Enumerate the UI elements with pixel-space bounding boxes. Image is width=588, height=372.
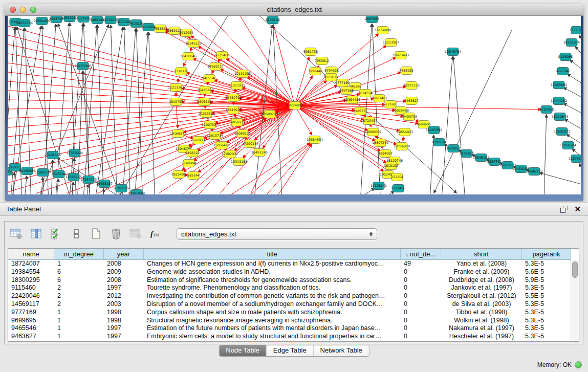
network-node[interactable]: 20891406 [34,17,50,25]
network-node[interactable]: 11675312 [569,155,581,163]
network-node[interactable]: 18720407 [361,117,377,125]
network-node[interactable]: 18491245 [251,149,268,157]
column-header-name[interactable]: name [8,249,54,260]
network-node[interactable]: 19166872 [170,130,186,138]
network-node[interactable]: 9245012 [460,150,474,158]
table-cell[interactable]: Dudbridge et al. (2008) [441,276,522,285]
table-cell[interactable]: Disruption of a novel member of a sodium… [144,300,401,309]
table-cell[interactable]: 1 [54,260,104,268]
delete-table-icon[interactable] [110,227,123,240]
network-node[interactable]: 12942737 [35,169,51,177]
network-node[interactable]: 10425203 [197,86,213,94]
table-cell[interactable]: Tibbo et al. (1998) [441,309,522,317]
table-cell[interactable]: 9115460 [8,284,54,292]
table-cell[interactable]: Investigating the contribution of common… [144,292,401,300]
network-node[interactable]: 8912954 [179,29,193,37]
table-cell[interactable]: Genome-wide association studies in ADHD. [144,268,401,276]
table-row[interactable]: 1938455462009Genome-wide association stu… [8,268,579,276]
network-node[interactable]: 9884067 [378,150,393,158]
network-node[interactable]: 14856921 [229,119,245,126]
table-cell[interactable]: Embryonic stem cells: a model to study s… [144,333,401,341]
column-header-short[interactable]: short [441,249,522,260]
network-node[interactable]: 587833 [192,137,205,144]
table-cell[interactable]: Structural magnetic resonance image aver… [144,317,401,325]
table-cell[interactable]: 1997 [104,333,144,341]
table-cell[interactable]: 1 [54,317,104,325]
network-node[interactable]: 1624554 [358,90,373,97]
network-canvas[interactable]: 1872400718300295193845546961758795581239… [8,16,581,194]
network-node[interactable]: 20206516 [45,151,61,159]
network-node[interactable]: 1527602 [76,16,91,23]
table-cell[interactable]: Franke et al. (2009) [441,268,522,276]
network-node[interactable]: 15056412 [213,142,230,149]
network-node[interactable]: 16648784 [445,48,461,56]
network-node[interactable]: 9498222 [185,149,200,157]
new-table-icon[interactable] [90,227,103,240]
network-node[interactable]: 12444182 [551,97,567,105]
table-cell[interactable]: 0 [401,300,441,309]
network-node[interactable]: 16545123 [185,40,202,48]
table-row[interactable]: 946362711997Embryonic stem cells: a mode… [8,333,579,341]
import-table-disabled-icon[interactable] [129,227,143,240]
network-node[interactable]: 3990448 [308,68,322,75]
network-node[interactable]: 10756928 [394,143,410,150]
table-row[interactable]: 1830029562008Estimation of significance … [8,276,579,285]
table-cell[interactable]: 5.3E-5 [522,284,571,292]
table-vertical-scrollbar[interactable] [571,260,579,341]
table-cell[interactable]: 1 [54,333,104,341]
network-node[interactable]: 16782759 [113,185,129,192]
network-node[interactable]: 1545194 [52,170,66,178]
table-cell[interactable]: 1998 [104,317,144,325]
table-cell[interactable]: 5.3E-5 [522,300,571,309]
network-node[interactable]: 12093882 [551,81,567,89]
network-node[interactable]: 10653287 [61,16,78,22]
network-node[interactable]: 12610734 [207,132,223,140]
table-cell[interactable]: Stergiakouli et al. (2012) [441,292,522,300]
table-cell[interactable]: 5.3E-5 [522,309,571,317]
network-node[interactable]: 17359924 [67,149,83,157]
table-cell[interactable]: 1997 [104,324,144,333]
tab-edge-table[interactable]: Edge Table [266,345,313,356]
scrollbar-thumb[interactable] [572,261,578,278]
network-node[interactable]: 19654923 [397,128,413,136]
table-cell[interactable]: Jankovic et al. (1997) [441,284,522,292]
table-selector-dropdown[interactable]: citations_edges.txt [177,228,377,240]
table-cell[interactable]: 49 [401,260,441,268]
network-node[interactable]: 8139104 [266,16,280,24]
network-node[interactable]: 252254 [391,173,403,181]
tab-node-table[interactable]: Node Table [219,345,266,356]
table-cell[interactable]: Tourette syndrome. Phenomenology and cla… [144,284,401,292]
network-node[interactable]: 2687682 [365,16,379,23]
network-node[interactable]: 16401382 [426,126,442,134]
table-cell[interactable]: 2008 [104,260,144,268]
table-cell[interactable]: 19384554 [8,268,54,276]
table-cell[interactable]: 1998 [104,309,144,317]
table-cell[interactable]: 5.3E-5 [522,333,571,341]
column-header-in_degree[interactable]: in_degree [54,249,104,260]
table-cell[interactable]: 0 [401,292,441,300]
network-node[interactable]: 62160 [385,101,396,108]
column-header-title[interactable]: title [144,249,401,260]
table-cell[interactable]: Yano et al. (2008) [441,260,522,268]
table-cell[interactable]: de Silva et al. (2003) [441,300,522,309]
network-node[interactable]: 1615152 [384,162,398,170]
table-row[interactable]: 946554611997Estimation of the future num… [8,324,579,333]
table-cell[interactable]: Hescheler et al. (1997) [441,333,522,341]
network-node[interactable]: 18807249 [372,139,388,147]
table-row[interactable]: 1456911722003Disruption of a novel membe… [8,300,579,309]
network-node[interactable]: 6497568 [339,87,354,95]
network-node[interactable]: 7485063 [399,67,413,75]
table-cell[interactable]: 2 [54,292,104,300]
network-node[interactable]: 17957273 [80,176,97,184]
network-node[interactable]: 9806543 [197,98,211,106]
network-node[interactable]: 9227342 [556,68,570,75]
network-node[interactable]: 19958187 [96,180,113,188]
network-node[interactable]: 9465546 [202,75,216,82]
table-cell[interactable]: 0 [401,309,441,317]
network-node[interactable]: 7625402 [171,171,186,179]
network-node[interactable]: 14136141 [371,182,387,190]
network-node[interactable]: 16089123 [234,130,251,138]
table-cell[interactable]: 9699695 [8,317,54,325]
table-cell[interactable]: 0 [401,324,441,333]
column-header-year[interactable]: year [104,249,144,260]
